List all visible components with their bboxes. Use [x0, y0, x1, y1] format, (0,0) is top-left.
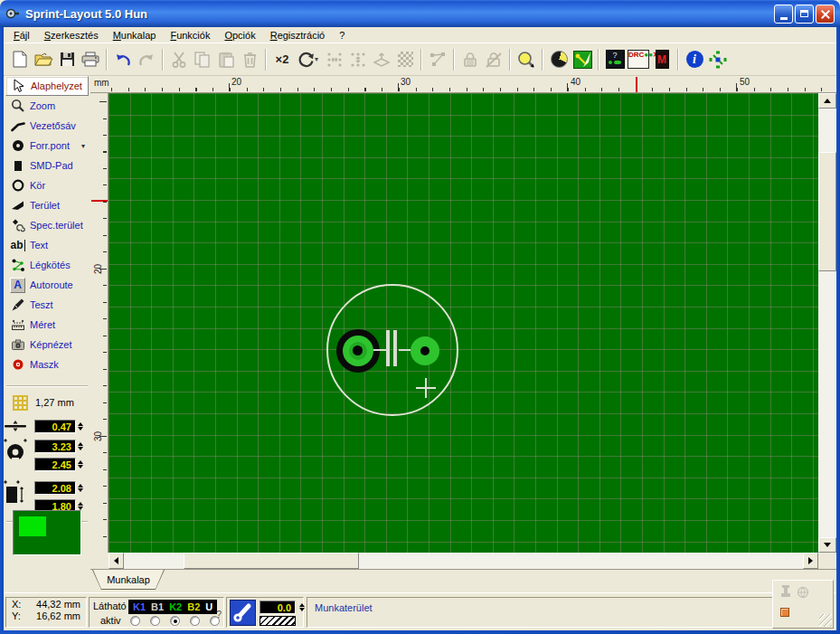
globe-icon[interactable]	[797, 586, 809, 599]
menu-functions[interactable]: Funkciók	[164, 29, 216, 42]
open-button[interactable]	[32, 48, 55, 71]
array-button[interactable]	[393, 48, 417, 71]
tool-smd-pad[interactable]: SMD-Pad	[4, 156, 90, 175]
mirror-horizontal-icon	[326, 52, 344, 68]
tab-worksheet[interactable]: Munkalap	[92, 570, 165, 590]
scroll-right-button[interactable]	[803, 553, 818, 569]
minimize-button[interactable]	[774, 5, 793, 24]
grid-icon[interactable]	[13, 395, 28, 411]
tool-measure[interactable]: Méret	[4, 315, 90, 335]
pad-diameter-value[interactable]: 3.23	[34, 440, 76, 453]
horizontal-scrollbar[interactable]	[109, 553, 818, 569]
macro-button[interactable]: M	[650, 48, 674, 71]
rotate-dropdown[interactable]: ▾	[315, 55, 323, 63]
smd-size-group: 2.08 1.80	[4, 479, 90, 514]
active-layer-radio-b1[interactable]	[150, 616, 160, 626]
tool-zoom[interactable]: Zoom	[4, 96, 90, 116]
save-button[interactable]	[55, 48, 79, 71]
menu-options[interactable]: Opciók	[218, 29, 261, 42]
hint-panel: Munkaterület	[307, 597, 773, 628]
connections-button[interactable]	[426, 48, 449, 71]
active-layer-radio-b2[interactable]	[190, 616, 200, 626]
drc-icon: DRC●●✕	[628, 50, 649, 69]
tool-zone[interactable]: Terület	[4, 195, 90, 215]
tool-circle[interactable]: Kör	[4, 175, 90, 195]
menu-board[interactable]: Munkalap	[107, 29, 163, 42]
menu-registration[interactable]: Regisztráció	[264, 29, 332, 42]
tool-special-zone[interactable]: Spec.terület	[4, 215, 90, 235]
horizontal-scroll-thumb[interactable]	[184, 553, 359, 569]
layer-chip-b1[interactable]: B1	[151, 601, 164, 612]
duplicate-button[interactable]: ×2	[270, 48, 294, 71]
mirror-vertical-button[interactable]	[346, 48, 370, 71]
tool-photoview[interactable]: Képnézet	[4, 335, 90, 355]
scroll-down-button[interactable]	[818, 537, 836, 553]
drc-button[interactable]: DRC●●✕	[627, 48, 650, 71]
scroll-left-button[interactable]	[109, 553, 124, 569]
tool-text[interactable]: ab Text	[4, 235, 90, 255]
pad-type-dropdown[interactable]: ▾	[81, 142, 85, 150]
layer-help[interactable]: ?	[216, 609, 222, 620]
picker-button[interactable]	[706, 48, 730, 71]
measure-icon	[10, 317, 25, 333]
maximize-button[interactable]	[795, 5, 814, 24]
tool-track[interactable]: Vezetősáv	[4, 116, 90, 136]
tool-mask[interactable]: Maszk	[4, 355, 90, 374]
paste-button[interactable]	[214, 48, 238, 71]
tool-pad[interactable]: Forr.pont ▾	[4, 136, 90, 156]
layer-chip-k1[interactable]: K1	[133, 601, 146, 612]
tool-airwire[interactable]: Légkötés	[4, 255, 90, 275]
pad-diameter-spinner[interactable]	[78, 440, 83, 452]
tool-default-pointer[interactable]: Alaphelyzet	[5, 76, 89, 96]
vertical-scrollbar[interactable]	[818, 93, 836, 553]
track-width-value[interactable]: 0.47	[34, 420, 76, 433]
layer-chip-b2[interactable]: B2	[187, 601, 200, 612]
photoview-button[interactable]	[547, 48, 571, 71]
stamp-icon[interactable]	[779, 584, 793, 599]
new-button[interactable]	[8, 48, 32, 71]
smd-width-spinner[interactable]	[78, 481, 83, 494]
color-swatch[interactable]	[780, 608, 789, 617]
delete-button[interactable]	[238, 48, 261, 71]
active-layer-radio-k2[interactable]	[170, 616, 180, 626]
undo-button[interactable]	[111, 48, 135, 71]
menu-file[interactable]: Fájl	[7, 29, 36, 42]
info-button[interactable]: i	[683, 48, 706, 71]
autoroute-all-button[interactable]	[571, 48, 594, 71]
active-layer-radio-k1[interactable]	[130, 616, 140, 626]
menu-help[interactable]: ?	[333, 29, 351, 42]
flip-side-button[interactable]	[370, 48, 393, 71]
layer-chip-k2[interactable]: K2	[169, 601, 182, 612]
smd-width-value[interactable]: 2.08	[34, 481, 76, 495]
fill-pattern-swatch[interactable]	[260, 616, 296, 626]
print-button[interactable]	[79, 48, 102, 71]
viewport-indicator[interactable]	[19, 516, 46, 536]
tool-test[interactable]: Teszt	[4, 295, 90, 315]
scroll-up-button[interactable]	[818, 93, 836, 109]
cut-button[interactable]	[167, 48, 191, 71]
tool-autoroute[interactable]: A Autoroute	[4, 275, 90, 295]
track-width-spinner[interactable]	[78, 420, 83, 432]
mirror-horizontal-button[interactable]	[323, 48, 346, 71]
menu-edit[interactable]: Szerkesztés	[38, 29, 105, 42]
tool-label: SMD-Pad	[30, 160, 73, 171]
pcb-canvas[interactable]	[109, 93, 818, 553]
zoom-tool-icon	[10, 99, 25, 114]
footprint-help-button[interactable]: ?	[603, 48, 627, 71]
zoom-button[interactable]	[514, 48, 538, 71]
board-overview[interactable]	[13, 510, 81, 555]
close-button[interactable]	[816, 5, 835, 24]
pad-drill-value[interactable]: 2.45	[34, 458, 76, 471]
resize-grip[interactable]	[819, 614, 832, 627]
current-track-width[interactable]: 0.0	[260, 601, 296, 614]
pad-drill-spinner[interactable]	[78, 458, 83, 470]
app-icon	[5, 6, 20, 21]
layer-chip-u[interactable]: U	[205, 601, 212, 612]
lock-button[interactable]	[458, 48, 482, 71]
toolbar-separator	[453, 49, 455, 71]
redo-button[interactable]	[135, 48, 158, 71]
unlock-button[interactable]	[482, 48, 505, 71]
vertical-scroll-thumb[interactable]	[818, 152, 836, 271]
copy-button[interactable]	[191, 48, 214, 71]
track-width-spinner[interactable]	[299, 601, 305, 613]
